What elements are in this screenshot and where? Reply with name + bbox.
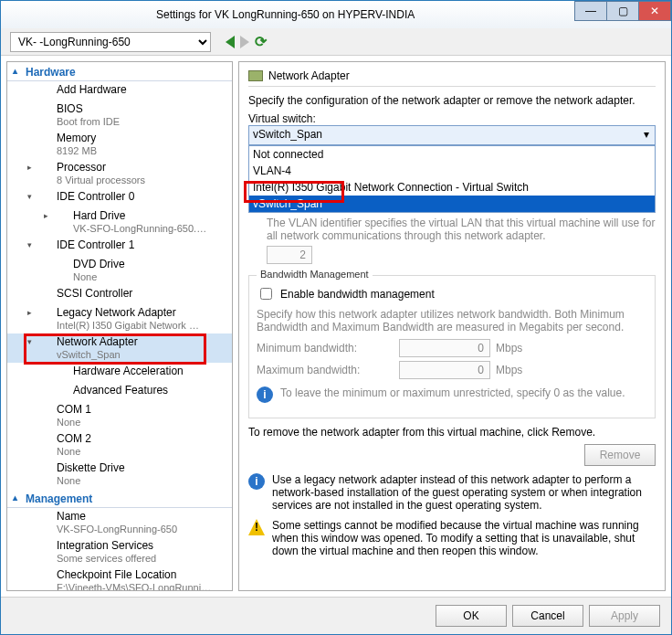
- tree-item[interactable]: Advanced Features: [7, 382, 232, 401]
- enable-bandwidth-checkbox[interactable]: Enable bandwidth management: [257, 285, 647, 302]
- tree-item-icon: [55, 365, 69, 380]
- toolbar: VK- -LongRunning-650 ⟳: [1, 28, 671, 56]
- expander-icon[interactable]: ▾: [27, 190, 38, 201]
- info-icon: i: [248, 473, 265, 490]
- tree-item-icon: [55, 210, 69, 225]
- nav-back-icon[interactable]: [226, 36, 235, 48]
- minimize-button[interactable]: —: [574, 1, 607, 21]
- tree-item-sub: VK-SFO-LongRunning-650: [57, 524, 177, 534]
- expander-icon[interactable]: [27, 432, 38, 434]
- management-header[interactable]: Management: [7, 489, 232, 508]
- tree-item[interactable]: ▸Hard DriveVK-SFO-LongRunning-650.…: [7, 207, 232, 237]
- tree-item-label: IDE Controller 0: [57, 190, 134, 203]
- expander-icon[interactable]: [27, 403, 38, 405]
- expander-icon[interactable]: [27, 510, 38, 512]
- expander-icon[interactable]: ▾: [27, 238, 38, 249]
- tree-item-label: Advanced Features: [73, 384, 168, 397]
- tree-item-sub: Intel(R) I350 Gigabit Network …: [57, 320, 199, 331]
- titlebar: Settings for VK LongRunning-650 on HYPER…: [1, 1, 671, 28]
- tree-item[interactable]: ▸Legacy Network AdapterIntel(R) I350 Gig…: [7, 304, 232, 333]
- tree-item-sub: F:\Vineeth-VMs\SFO-LongRunni…: [57, 582, 211, 591]
- expander-icon[interactable]: ▸: [44, 209, 55, 220]
- tree-item-icon: [38, 162, 53, 176]
- tree-item[interactable]: COM 2None: [7, 430, 232, 460]
- bw-note: To leave the minimum or maximum unrestri…: [280, 386, 625, 399]
- close-button[interactable]: ✕: [638, 1, 671, 21]
- tree-item-icon: [38, 569, 53, 584]
- cancel-button[interactable]: Cancel: [512, 605, 583, 627]
- running-warning: Some settings cannot be modified because…: [272, 519, 656, 557]
- vlan-id-input: [267, 246, 312, 264]
- tree-item-sub: VK-SFO-LongRunning-650.…: [73, 223, 206, 234]
- expander-icon[interactable]: [44, 365, 55, 366]
- tree-item-sub: None: [57, 475, 80, 486]
- tree-item-label: IDE Controller 1: [57, 238, 134, 251]
- tree-item[interactable]: COM 1None: [7, 401, 232, 430]
- max-bw-label: Maximum bandwidth:: [257, 364, 394, 376]
- expander-icon[interactable]: [44, 258, 55, 259]
- tree-item[interactable]: ▾IDE Controller 1: [7, 237, 232, 256]
- expander-icon[interactable]: [27, 132, 38, 133]
- tree-item-label: Network Adapter: [57, 335, 138, 348]
- tree-item[interactable]: ▸Processor8 Virtual processors: [7, 159, 232, 188]
- tree-item-icon: [38, 462, 53, 477]
- network-adapter-icon: [248, 70, 263, 81]
- tree-item-sub: None: [73, 271, 97, 282]
- virtual-switch-select[interactable]: vSwitch_Span: [248, 125, 656, 145]
- tree-item[interactable]: NameVK-SFO-LongRunning-650: [7, 508, 232, 537]
- tree-item[interactable]: Add Hardware: [7, 81, 232, 101]
- tree-item-icon: [38, 336, 53, 351]
- tree-item[interactable]: BIOSBoot from IDE: [7, 101, 232, 130]
- expander-icon[interactable]: [27, 102, 38, 104]
- tree-item[interactable]: DVD DriveNone: [7, 256, 232, 285]
- tree-item[interactable]: ▾IDE Controller 0: [7, 188, 232, 207]
- tree-item-icon: [38, 307, 53, 322]
- settings-window: Settings for VK LongRunning-650 on HYPER…: [0, 0, 672, 635]
- tree-item-label: COM 1: [57, 403, 91, 416]
- expander-icon[interactable]: [44, 384, 55, 386]
- tree-item-label: BIOS: [57, 102, 83, 115]
- expander-icon[interactable]: ▾: [27, 335, 38, 346]
- vs-option[interactable]: Not connected: [249, 146, 655, 163]
- vm-selector[interactable]: VK- -LongRunning-650: [10, 32, 211, 52]
- expander-icon[interactable]: ▸: [27, 306, 38, 317]
- tree-item-sub: vSwitch_Span: [57, 349, 121, 360]
- content-pane: Network Adapter Specify the configuratio…: [238, 61, 666, 591]
- hardware-header[interactable]: Hardware: [7, 62, 232, 81]
- tree-item-label: Hard Drive: [73, 209, 125, 222]
- warning-icon: !: [248, 519, 265, 535]
- maximize-button[interactable]: ▢: [606, 1, 639, 21]
- vs-option[interactable]: VLAN-4: [249, 163, 655, 179]
- max-bw-input: [399, 361, 490, 379]
- expander-icon[interactable]: [27, 287, 38, 289]
- vlan-hint: The VLAN identifier specifies the virtua…: [267, 217, 656, 242]
- vs-option[interactable]: Intel(R) I350 Gigabit Network Connection…: [249, 179, 655, 196]
- tree-item-label: COM 2: [57, 432, 91, 445]
- tree-item[interactable]: Memory8192 MB: [7, 130, 232, 159]
- vs-option-selected[interactable]: vSwitch_Span: [249, 196, 655, 212]
- expander-icon[interactable]: [27, 568, 38, 570]
- tree-item-icon: [38, 103, 53, 118]
- apply-button: Apply: [589, 605, 660, 627]
- tree-item[interactable]: Diskette DriveNone: [7, 460, 232, 489]
- tree-item-label: Integration Services: [57, 539, 153, 552]
- tree-item-icon: [38, 239, 53, 254]
- expander-icon[interactable]: [27, 539, 38, 541]
- tree-item[interactable]: ▾Network AdaptervSwitch_Span: [7, 333, 232, 363]
- expander-icon[interactable]: [27, 83, 38, 85]
- tree-item-icon: [55, 385, 69, 399]
- tree-item[interactable]: Integration ServicesSome services offere…: [7, 537, 232, 566]
- expander-icon[interactable]: ▸: [27, 161, 38, 172]
- refresh-icon[interactable]: ⟳: [255, 33, 267, 50]
- settings-tree[interactable]: Hardware Add HardwareBIOSBoot from IDEMe…: [6, 61, 233, 591]
- bandwidth-group: Bandwidth Management Enable bandwidth ma…: [248, 275, 656, 418]
- expander-icon[interactable]: [27, 461, 38, 463]
- content-title: Network Adapter: [268, 69, 350, 82]
- tree-item[interactable]: SCSI Controller: [7, 285, 232, 304]
- virtual-switch-dropdown[interactable]: Not connected VLAN-4 Intel(R) I350 Gigab…: [248, 145, 656, 213]
- tree-item[interactable]: Hardware Acceleration: [7, 363, 232, 382]
- ok-button[interactable]: OK: [436, 605, 507, 627]
- tree-item-label: Diskette Drive: [57, 461, 125, 474]
- tree-item-icon: [38, 84, 53, 99]
- tree-item[interactable]: Checkpoint File LocationF:\Vineeth-VMs\S…: [7, 566, 232, 591]
